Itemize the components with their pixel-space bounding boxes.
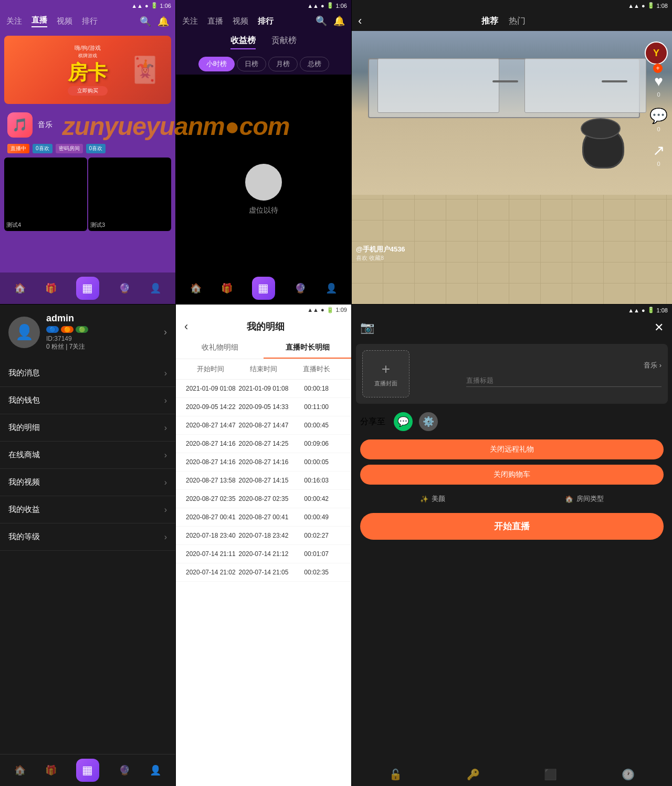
nav-follow-2[interactable]: 关注	[182, 16, 198, 26]
p4-live-center[interactable]: ▦	[76, 759, 99, 782]
video-desc: 喜欢 收藏8	[356, 254, 405, 262]
bell-icon-1[interactable]: 🔔	[158, 16, 169, 27]
follow-plus-icon[interactable]: +	[653, 64, 663, 73]
timer-icon-6[interactable]: 🕐	[622, 768, 635, 781]
filter-day[interactable]: 日榜	[237, 57, 266, 71]
panel-live: ▲▲ ● 🔋 1:06 关注 直播 视频 排行 🔍 🔔 嗨/狗/游戏棋牌游戏 房…	[0, 0, 176, 305]
wechat-share-icon[interactable]: 💬	[394, 412, 413, 431]
bottom-home-1[interactable]: 🏠	[14, 282, 26, 294]
music-label: 音乐	[38, 120, 52, 130]
video-avatar[interactable]: Y	[645, 41, 668, 65]
live-footer-nav: 🔓 🔑 ⬛ 🕐	[352, 763, 672, 786]
table-cell: 2020-08-27 00:41	[237, 513, 290, 521]
bottom-gift-2[interactable]: 🎁	[221, 282, 233, 294]
menu-earnings-label: 我的收益	[8, 505, 164, 515]
table-cell: 2020-08-27 14:16	[184, 458, 237, 466]
p4-home[interactable]: 🏠	[14, 764, 26, 776]
menu-shop[interactable]: 在线商城 ›	[0, 442, 175, 469]
bottom-profile-2[interactable]: 👤	[326, 282, 337, 294]
profile-avatar[interactable]: 👤	[8, 317, 40, 348]
live-card-2[interactable]: 测试3	[88, 158, 171, 231]
menu-messages[interactable]: 我的消息 ›	[0, 360, 175, 387]
profile-name: admin	[46, 313, 158, 324]
p4-discover[interactable]: 🔮	[119, 764, 130, 776]
filter-total[interactable]: 总榜	[300, 57, 329, 71]
menu-level[interactable]: 我的等级 ›	[0, 523, 175, 551]
filter-hour[interactable]: 小时榜	[198, 57, 235, 71]
lock-icon-6[interactable]: 🔓	[389, 768, 402, 781]
badge-3: 🟢	[76, 326, 88, 333]
close-icon-6[interactable]: ✕	[654, 321, 664, 334]
tab-earnings[interactable]: 收益榜	[230, 35, 256, 49]
music-label-6[interactable]: 音乐 ›	[644, 361, 662, 370]
filter-month[interactable]: 月榜	[268, 57, 298, 71]
room-type-option[interactable]: 🏠 房间类型	[565, 494, 604, 504]
badge-2: 🟠	[61, 326, 74, 333]
table-cell: 2020-08-27 14:16	[184, 440, 237, 447]
menu-videos[interactable]: 我的视频 ›	[0, 469, 175, 496]
banner-ad[interactable]: 嗨/狗/游戏棋牌游戏 房卡 立即购买 🃏	[4, 36, 171, 104]
table-cell: 2020-07-18 23:40	[184, 532, 237, 539]
nav-bar-1: 关注 直播 视频 排行 🔍 🔔	[0, 11, 175, 32]
like-button[interactable]: ♥ 0	[654, 73, 663, 98]
gift-icon-2: 🎁	[221, 282, 233, 294]
moments-share-icon[interactable]: ⚙️	[419, 412, 438, 431]
banner-cta[interactable]: 立即购买	[68, 86, 108, 96]
start-live-button[interactable]: 开始直播	[360, 513, 664, 540]
live-center-btn-1[interactable]: ▦	[76, 277, 99, 300]
beauty-option[interactable]: ✨ 美颜	[420, 494, 445, 504]
close-remote-gift-btn[interactable]: 关闭远程礼物	[360, 439, 664, 459]
nav-live-1[interactable]: 直播	[32, 15, 47, 27]
table-cell: 00:02:27	[290, 532, 343, 539]
nav-rank-2[interactable]: 排行	[258, 16, 274, 26]
bottom-discover-2[interactable]: 🔮	[295, 282, 306, 294]
video-area[interactable]: Y + ♥ 0 💬 0 ↗ 0 @手机用户4536	[352, 31, 672, 304]
table-row: 2020-07-18 23:402020-07-18 23:4200:02:27	[176, 527, 351, 545]
table-cell: 00:00:18	[290, 385, 343, 392]
menu-wallet[interactable]: 我的钱包 ›	[0, 387, 175, 414]
share-button-3[interactable]: ↗ 0	[653, 142, 665, 167]
bottom-profile-1[interactable]: 👤	[150, 282, 161, 294]
share-icon-3: ↗	[653, 142, 665, 159]
menu-earnings[interactable]: 我的收益 ›	[0, 496, 175, 523]
tab-contribution[interactable]: 贡献榜	[271, 35, 297, 49]
close-cart-btn[interactable]: 关闭购物车	[360, 465, 664, 485]
live-card-1[interactable]: 测试4	[4, 158, 87, 231]
music-section[interactable]: 🎵 音乐	[0, 108, 175, 142]
nav-live-2[interactable]: 直播	[207, 16, 223, 26]
profile-icon-1: 👤	[150, 282, 161, 294]
profile-arrow[interactable]: ›	[164, 327, 167, 338]
live-center-btn-2[interactable]: ▦	[252, 277, 275, 300]
cover-upload-area[interactable]: + 直播封面	[362, 350, 410, 397]
nav-rank-1[interactable]: 排行	[82, 16, 98, 26]
bottom-gift-1[interactable]: 🎁	[45, 282, 57, 294]
back-icon-5[interactable]: ‹	[184, 320, 188, 333]
table-cell: 2020-09-05 14:22	[184, 403, 237, 411]
tab-hot[interactable]: 热门	[509, 16, 526, 27]
bottom-discover-1[interactable]: 🔮	[119, 282, 130, 294]
p4-gift[interactable]: 🎁	[45, 764, 57, 776]
tab-recommend[interactable]: 推荐	[481, 16, 498, 27]
nav-follow-1[interactable]: 关注	[6, 16, 22, 26]
nav-video-1[interactable]: 视频	[57, 16, 72, 26]
tab-gift-detail[interactable]: 收礼物明细	[176, 338, 264, 359]
bottom-nav-4: 🏠 🎁 ▦ 🔮 👤	[0, 754, 175, 786]
menu-detail[interactable]: 我的明细 ›	[0, 414, 175, 442]
table-cell: 00:00:05	[290, 458, 343, 466]
back-icon-3[interactable]: ‹	[358, 14, 362, 28]
bottom-live-btn-2[interactable]: ▦	[252, 277, 275, 300]
p4-live-btn[interactable]: ▦	[76, 759, 99, 782]
nav-video-2[interactable]: 视频	[233, 16, 248, 26]
bottom-live-btn-1[interactable]: ▦	[76, 277, 99, 300]
comment-button[interactable]: 💬 0	[649, 107, 668, 132]
search-icon-1[interactable]: 🔍	[140, 16, 151, 27]
search-icon-2[interactable]: 🔍	[316, 15, 327, 27]
p4-profile[interactable]: 👤	[150, 764, 161, 776]
live-title-input[interactable]	[466, 374, 662, 387]
table-row: 2020-08-27 14:472020-08-27 14:4700:00:45	[176, 416, 351, 435]
screen-icon-6[interactable]: ⬛	[544, 768, 557, 781]
key-icon-6[interactable]: 🔑	[467, 768, 480, 781]
bell-icon-2[interactable]: 🔔	[333, 15, 345, 27]
bottom-home-2[interactable]: 🏠	[190, 282, 202, 294]
tab-live-duration[interactable]: 直播时长明细	[264, 338, 351, 359]
